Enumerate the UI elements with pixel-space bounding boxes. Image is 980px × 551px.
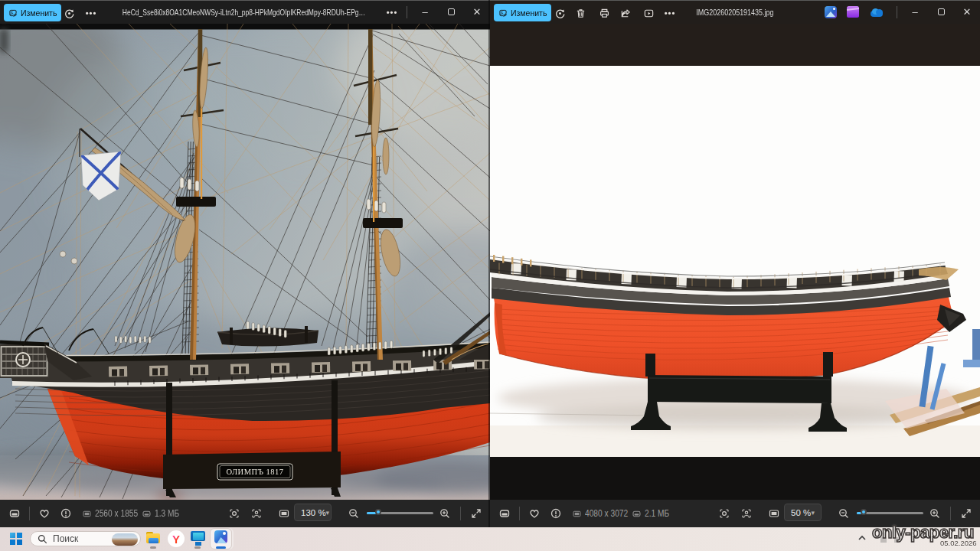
svg-text:ОЛИМПЪ 1817: ОЛИМПЪ 1817: [226, 468, 283, 476]
